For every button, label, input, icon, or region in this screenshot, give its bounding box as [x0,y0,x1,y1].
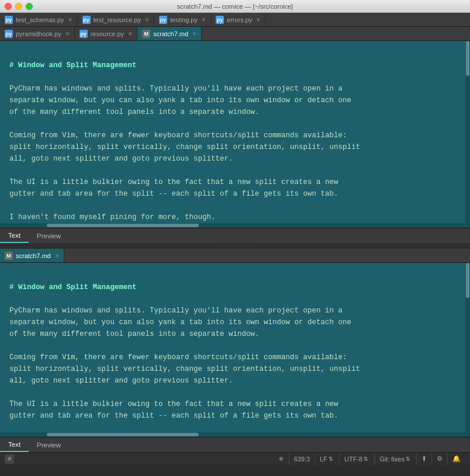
tab-test-schemas[interactable]: py test_schemas.py × [0,13,78,26]
scrollbar-horizontal-lower[interactable] [0,432,470,437]
tab-testing[interactable]: py testing.py × [154,13,211,26]
py-icon: py [216,16,224,24]
git-arrows-icon: ⇅ [406,456,410,462]
pane-splitter[interactable]: · · · · · [0,243,470,249]
editor-lower[interactable]: # Window and Split Management PyCharm ha… [0,263,470,437]
tab-close-icon[interactable]: × [68,16,72,23]
tab-preview-upper[interactable]: Preview [29,228,69,243]
tab-label: resource.py [91,30,124,37]
status-right: ✳ 639:3 LF ⇅ UTF-8 ⇅ Git: fixes ⇅ ⬆ ⚙ 🔔 [274,453,465,465]
status-upload-icon: ⬆ [417,453,432,465]
py-icon: py [159,16,167,24]
para-lower-2: The UI is a little bulkier owing to the … [9,400,338,420]
para-upper-2: The UI is a little bulkier owing to the … [9,178,338,198]
bell-icon[interactable]: 🔔 [452,455,461,463]
scrollbar-vertical-upper[interactable] [465,41,470,228]
tab-scratch7-lower[interactable]: M scratch7.md × [0,249,64,262]
tab-close-icon[interactable]: × [128,30,132,37]
tab-pyramidhook[interactable]: py pyramidhook.py × [0,27,75,40]
py-icon: py [80,30,88,38]
tab-text-label-upper: Text [8,232,20,239]
tab-label: scratch7.md [153,30,188,37]
tab-label: errors.py [227,16,252,23]
status-bell-icon[interactable]: 🔔 [448,453,465,465]
git-value: Git: fixes [379,456,405,463]
scrollbar-v-thumb-upper[interactable] [466,41,469,76]
md-icon: M [142,30,150,38]
splitter-handle-icon: · · · · · [217,244,253,249]
encoding-value: UTF-8 [344,456,362,463]
tab-close-icon[interactable]: × [192,30,196,37]
status-position[interactable]: 639:3 [289,453,316,465]
tab-bar-row2: py pyramidhook.py × py resource.py × M s… [0,27,470,41]
tab-close-icon[interactable]: × [65,30,70,37]
status-settings-icon[interactable]: ⚙ [432,453,448,465]
close-button[interactable] [5,3,12,10]
tab-preview-label-upper: Preview [37,232,61,239]
tab-bar-lower: M scratch7.md × [0,249,470,263]
tab-label-lower: scratch7.md [16,252,51,259]
spinner-icon: ✳ [278,455,284,463]
encoding-arrows-icon: ⇅ [364,456,368,462]
window-controls[interactable] [5,3,33,10]
py-icon: py [5,30,13,38]
scrollbar-v-thumb-lower[interactable] [466,263,469,298]
para-lower-0: PyCharm has windows and splits. Typicall… [9,307,351,338]
tab-preview-label-lower: Preview [37,442,61,449]
tab-text-upper[interactable]: Text [0,228,29,243]
para-lower-1: Coming from Vim, there are fewer keyboar… [9,353,360,385]
cursor-position: 639:3 [294,456,310,463]
tab-text-label-lower: Text [8,441,20,448]
tab-label: pyramidhook.py [16,30,61,37]
status-line-endings[interactable]: LF ⇅ [315,453,340,465]
title-bar: scratch7.md — cornice — [~/src/cornice] [0,0,470,13]
scrollbar-h-thumb-lower[interactable] [47,433,199,436]
tab-close-icon[interactable]: × [202,16,206,23]
editor-upper[interactable]: # Window and Split Management PyCharm ha… [0,41,470,228]
window-title: scratch7.md — cornice — [~/src/cornice] [177,3,293,10]
upload-icon: ⬆ [421,455,427,463]
heading-upper: # Window and Split Management [9,61,137,70]
para-upper-3: I haven't found myself pining for more, … [9,213,216,221]
para-upper-1: Coming from Vim, there are fewer keyboar… [9,131,360,163]
md-icon-lower: M [5,252,13,260]
editor-lower-content: # Window and Split Management PyCharm ha… [0,263,470,437]
status-git[interactable]: Git: fixes ⇅ [375,453,417,465]
heading-lower: # Window and Split Management [9,283,137,291]
arrows-icon: ⇅ [329,456,333,462]
status-bar: ⊞ ✳ 639:3 LF ⇅ UTF-8 ⇅ Git: fixes ⇅ ⬆ ⚙ … [0,452,470,465]
tab-label: test_schemas.py [16,16,64,23]
line-endings-value: LF [320,456,327,463]
scrollbar-vertical-lower[interactable] [465,263,470,437]
tab-resource[interactable]: py resource.py × [75,27,138,40]
scrollbar-h-thumb-upper[interactable] [47,224,199,227]
tab-bar-row1: py test_schemas.py × py test_resource.py… [0,13,470,27]
status-encoding[interactable]: UTF-8 ⇅ [340,453,375,465]
maximize-button[interactable] [26,3,33,10]
py-icon: py [82,16,91,24]
tab-label: test_resource.py [94,16,141,23]
editor-upper-content: # Window and Split Management PyCharm ha… [0,41,470,228]
gear-icon[interactable]: ⚙ [437,455,443,463]
bottom-tab-bar-upper: Text Preview [0,228,470,243]
tab-label: testing.py [170,16,198,23]
tab-close-icon[interactable]: × [145,16,149,23]
para-upper-0: PyCharm has windows and splits. Typicall… [9,85,351,116]
bottom-tab-bar-lower: Text Preview [0,437,470,452]
minimize-button[interactable] [15,3,22,10]
tab-test-resource[interactable]: py test_resource.py × [78,13,154,26]
status-box-icon: ⊞ [8,456,12,461]
status-left: ⊞ [5,454,14,464]
scrollbar-horizontal-upper[interactable] [0,223,470,228]
status-spinner: ✳ [274,453,289,465]
tab-close-icon[interactable]: × [256,16,260,23]
tab-errors[interactable]: py errors.py × [211,13,265,26]
tab-preview-lower[interactable]: Preview [29,437,69,452]
tab-close-icon-lower[interactable]: × [55,252,59,259]
tab-scratch7[interactable]: M scratch7.md × [137,27,202,40]
py-icon: py [5,16,13,24]
tab-text-lower[interactable]: Text [0,437,29,452]
status-left-icon: ⊞ [5,454,14,464]
